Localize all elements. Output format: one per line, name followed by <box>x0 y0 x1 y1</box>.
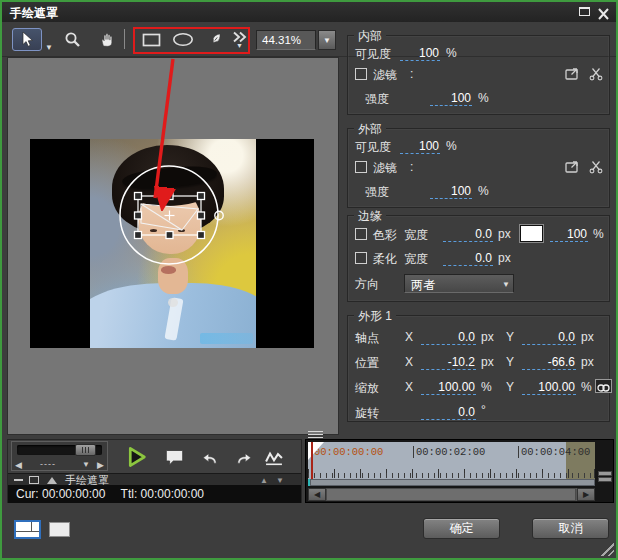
outer-strength-field[interactable]: 100 <box>430 184 472 199</box>
undo-button[interactable] <box>196 445 224 469</box>
timeline-ruler[interactable]: 00:00:00:00 00:00:02:00 00:00:04:00 <box>308 442 595 479</box>
inner-visibility-field[interactable]: 100 <box>400 46 440 61</box>
edge-soften-width-field[interactable]: 0.0 <box>443 251 493 266</box>
keyframe-track[interactable] <box>310 479 595 486</box>
edge-color-label: 色彩 <box>373 227 397 244</box>
mask-layer-row[interactable]: 手绘遮罩 ▲ ▼ <box>8 473 301 485</box>
mode-dropdown-icon[interactable]: ▼ <box>82 460 90 469</box>
scale-y-label: Y <box>506 380 514 394</box>
scroll-left-button[interactable]: ◀ <box>308 488 326 501</box>
position-y-field[interactable]: -66.6 <box>522 355 576 370</box>
layout-split-view-button[interactable] <box>14 520 41 539</box>
outer-filter-label: 滤镜 <box>373 160 397 177</box>
edge-soften-width-unit: px <box>498 251 511 265</box>
more-tools-button[interactable]: ▼ <box>229 28 250 51</box>
ruler-tick-marks <box>308 467 595 478</box>
ok-button[interactable]: 确定 <box>423 518 500 539</box>
select-tool-dropdown[interactable]: ▼ <box>45 43 53 52</box>
mode-value[interactable]: ---- <box>40 459 56 469</box>
edge-color-width-field[interactable]: 0.0 <box>443 227 493 242</box>
inner-filter-checkbox[interactable] <box>355 68 367 80</box>
zoom-level-dropdown-button[interactable]: ▼ <box>318 30 336 50</box>
zoom-level-field[interactable]: 44.31% <box>256 30 316 50</box>
outer-filter-checkbox[interactable] <box>355 161 367 173</box>
magnifier-icon <box>64 31 82 49</box>
keyframe-curve-button[interactable] <box>260 445 288 469</box>
edge-soften-label: 柔化 <box>373 251 397 268</box>
mask-rotation-handle[interactable] <box>215 211 223 219</box>
close-button[interactable] <box>597 6 611 18</box>
preview-canvas[interactable] <box>7 57 339 435</box>
outer-filter-settings-button[interactable] <box>588 159 605 174</box>
inner-visibility-label: 可见度 <box>355 46 391 63</box>
edge-color-opacity-field[interactable]: 100 <box>550 227 588 242</box>
scroll-right-button[interactable]: ▶ <box>577 488 595 501</box>
rotation-unit: ° <box>481 403 486 417</box>
scale-link-aspect-button[interactable] <box>595 379 612 393</box>
pen-mask-tool-button[interactable] <box>205 28 227 51</box>
mask-overlay[interactable] <box>8 58 340 436</box>
ruler-tick-4s: 00:00:04:00 <box>518 446 590 458</box>
rotation-field[interactable]: 0.0 <box>421 405 476 420</box>
pen-icon <box>208 31 224 48</box>
play-button[interactable] <box>123 445 151 469</box>
titlebar[interactable]: 手绘遮罩 <box>2 2 616 22</box>
filter-settings-icon <box>588 66 604 81</box>
anchor-x-field[interactable]: 0.0 <box>421 330 476 345</box>
edge-direction-dropdown[interactable]: 两者 ▼ <box>404 274 514 293</box>
rectangle-mask-tool-button[interactable] <box>138 28 164 51</box>
edge-color-opacity-unit: % <box>593 227 604 241</box>
outer-strength-label: 强度 <box>365 184 389 201</box>
current-timecode: Cur: 00:00:00:00 <box>16 487 105 501</box>
playhead[interactable] <box>311 442 313 479</box>
select-tool-button[interactable] <box>12 28 42 51</box>
inner-strength-label: 强度 <box>365 91 389 108</box>
comment-button[interactable] <box>160 445 188 469</box>
edge-color-checkbox[interactable] <box>355 228 367 240</box>
inner-visibility-unit: % <box>446 46 457 60</box>
resize-grip[interactable] <box>599 541 614 556</box>
scrollbar-thumb[interactable] <box>326 488 576 501</box>
redo-button[interactable] <box>230 445 258 469</box>
play-icon <box>126 446 148 468</box>
shuttle-slider[interactable] <box>17 445 102 455</box>
dialog-title: 手绘遮罩 <box>10 5 58 22</box>
zoom-tool-button[interactable] <box>60 28 86 51</box>
keyframe-marker-icon <box>47 477 57 484</box>
position-y-label: Y <box>506 355 514 369</box>
position-x-field[interactable]: -10.2 <box>421 355 476 370</box>
scroll-right-icon: ▶ <box>583 490 589 499</box>
shuttle-slider-thumb[interactable] <box>75 444 96 456</box>
timeline-scrollbar[interactable]: ◀ ▶ <box>308 488 595 501</box>
inner-filter-load-button[interactable] <box>564 66 581 81</box>
edge-group: 边缘 色彩 宽度 0.0 px 100 % 柔化 宽度 0.0 px 方向 两者… <box>347 215 610 302</box>
layout-single-view-button[interactable] <box>49 522 70 537</box>
inner-filter-settings-button[interactable] <box>588 66 605 81</box>
edge-color-swatch[interactable] <box>520 225 543 242</box>
dropdown-arrow-icon: ▼ <box>323 36 331 45</box>
scale-x-field[interactable]: 100.00 <box>421 380 476 395</box>
outer-filter-load-button[interactable] <box>564 159 581 174</box>
transport-panel: ◀ ---- ▼ ▶ 手绘遮罩 ▲ ▼ <box>7 439 302 503</box>
layer-pager-up-icon[interactable]: ▲ <box>260 476 268 485</box>
outer-visibility-field[interactable]: 100 <box>400 139 440 154</box>
inner-filter-label: 滤镜 <box>373 67 397 84</box>
next-arrow-icon[interactable]: ▶ <box>97 460 104 470</box>
timeline-splitter-grip[interactable] <box>308 431 323 438</box>
load-filter-icon <box>564 66 581 81</box>
timeline-zoom-handle[interactable] <box>597 470 612 484</box>
cancel-button[interactable]: 取消 <box>532 518 609 539</box>
scale-y-field[interactable]: 100.00 <box>522 380 576 395</box>
hand-tool-button[interactable] <box>94 28 120 51</box>
layer-pager-down-icon[interactable]: ▼ <box>276 476 284 485</box>
outer-visibility-label: 可见度 <box>355 139 391 156</box>
anchor-label: 轴点 <box>355 330 379 347</box>
prev-arrow-icon[interactable]: ◀ <box>15 460 22 470</box>
scale-label: 缩放 <box>355 380 379 397</box>
edge-soften-checkbox[interactable] <box>355 252 367 264</box>
inner-strength-field[interactable]: 100 <box>430 91 472 106</box>
filter-settings-icon <box>588 159 604 174</box>
anchor-y-field[interactable]: 0.0 <box>522 330 576 345</box>
maximize-button[interactable] <box>578 6 592 18</box>
ellipse-mask-tool-button[interactable] <box>169 28 197 51</box>
